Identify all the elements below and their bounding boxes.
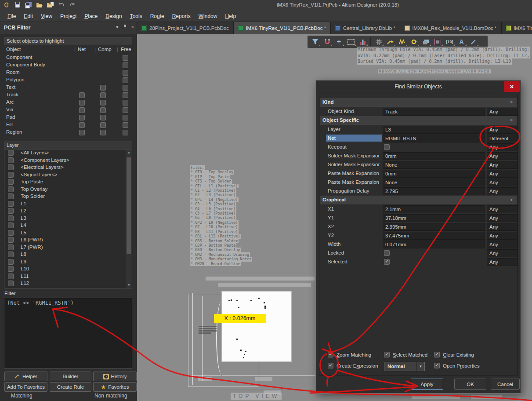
menu-item-tools[interactable]: Tools xyxy=(126,12,146,21)
object-checkbox[interactable] xyxy=(100,115,106,120)
match-criteria-dropdown[interactable]: Any xyxy=(487,161,518,169)
document-tab[interactable]: Central_Library.DbLib * xyxy=(331,22,400,34)
favorites-button[interactable]: ★ Favorites xyxy=(93,382,137,392)
layer-item[interactable]: <Electrical Layers> xyxy=(4,164,126,171)
place-string-icon[interactable]: A xyxy=(456,36,467,47)
layer-item[interactable]: L6 (PWR) xyxy=(4,237,126,244)
open-icon[interactable] xyxy=(36,1,43,9)
option-checkbox[interactable] xyxy=(328,352,333,357)
ok-button[interactable]: OK xyxy=(454,379,486,390)
property-value[interactable]: 37.475mm xyxy=(383,232,485,240)
layer-checkbox[interactable] xyxy=(8,201,14,207)
layer-item[interactable]: L3 xyxy=(4,215,126,222)
option-checkbox[interactable] xyxy=(434,363,440,368)
section-header-graphical[interactable]: Graphical» xyxy=(320,196,517,205)
layer-item[interactable]: L8 xyxy=(4,251,126,259)
place-component-icon[interactable] xyxy=(373,36,384,47)
layer-checkbox[interactable] xyxy=(8,157,14,163)
collapse-chevron-icon[interactable]: » xyxy=(509,101,514,103)
document-tab[interactable]: iMX6 TinyRex_V1I1_PC xyxy=(502,22,532,34)
object-checkbox[interactable] xyxy=(123,77,128,83)
collapse-chevron-icon[interactable]: » xyxy=(509,198,514,201)
menu-item-design[interactable]: Design xyxy=(101,12,126,21)
helper-button[interactable]: Helper xyxy=(4,372,47,381)
interactive-route-icon[interactable] xyxy=(384,36,396,47)
menu-item-window[interactable]: Window xyxy=(195,12,221,21)
layer-checkbox[interactable] xyxy=(8,230,14,236)
match-criteria-dropdown[interactable]: Any xyxy=(487,232,518,240)
layer-item[interactable]: L10 xyxy=(4,266,126,273)
panel-close-icon[interactable]: × xyxy=(131,24,134,30)
property-value[interactable]: 0mm xyxy=(383,170,485,178)
layer-item[interactable]: Top Solder xyxy=(4,193,126,200)
object-checkbox[interactable] xyxy=(123,122,128,128)
save-all-icon[interactable] xyxy=(25,1,33,9)
property-value[interactable]: 37.18mm xyxy=(383,214,485,222)
layer-checkbox[interactable] xyxy=(8,252,14,257)
match-criteria-dropdown[interactable]: Any xyxy=(487,126,518,134)
object-checkbox[interactable] xyxy=(123,85,128,91)
apply-button[interactable]: Apply xyxy=(411,379,443,390)
object-checkbox[interactable] xyxy=(100,130,106,135)
undo-icon[interactable] xyxy=(58,1,65,9)
layer-item[interactable]: L4 xyxy=(4,222,126,230)
layer-checkbox[interactable] xyxy=(8,172,14,178)
menu-item-edit[interactable]: Edit xyxy=(20,12,37,21)
layer-item[interactable]: L2 xyxy=(4,208,126,215)
filter-tool-icon[interactable] xyxy=(309,36,321,47)
menu-item-project[interactable]: Project xyxy=(56,12,80,21)
menu-item-place[interactable]: Place xyxy=(80,12,101,21)
property-value[interactable]: None xyxy=(383,179,485,186)
scroll-up-icon[interactable]: ▲ xyxy=(127,150,131,154)
object-checkbox[interactable] xyxy=(123,115,128,120)
object-checkbox[interactable] xyxy=(123,130,128,135)
layer-item[interactable]: L7 (PWR) xyxy=(4,244,126,252)
select-area-icon[interactable] xyxy=(345,36,357,47)
layer-checkbox[interactable] xyxy=(8,237,14,243)
layer-checkbox[interactable] xyxy=(8,179,14,185)
builder-button[interactable]: Builder xyxy=(50,372,91,381)
collapse-chevron-icon[interactable]: » xyxy=(509,119,514,121)
layer-item[interactable]: <Component Layers> xyxy=(4,157,126,164)
property-checkbox[interactable] xyxy=(384,259,390,265)
match-criteria-dropdown[interactable]: Any xyxy=(487,187,518,195)
property-value[interactable]: 0mm xyxy=(383,152,485,160)
object-checkbox[interactable] xyxy=(123,100,128,106)
match-criteria-dropdown[interactable]: Any xyxy=(487,205,518,213)
menu-item-help[interactable]: Help xyxy=(221,12,240,21)
panel-dropdown-icon[interactable]: ▾ xyxy=(116,24,119,30)
match-criteria-dropdown[interactable]: Any xyxy=(487,223,518,231)
match-criteria-dropdown[interactable]: Any xyxy=(487,143,518,151)
filter-expression-input[interactable]: (Net <> 'RGMII_RSTN') xyxy=(4,298,132,368)
option-checkbox[interactable] xyxy=(434,352,440,357)
redo-icon[interactable] xyxy=(69,1,76,9)
object-checkbox[interactable] xyxy=(100,85,106,91)
layer-checkbox[interactable] xyxy=(8,193,14,199)
property-value[interactable]: Track xyxy=(383,108,485,116)
add-to-favorites-button[interactable]: Add To Favorites xyxy=(4,382,47,392)
open-project-icon[interactable] xyxy=(47,1,54,9)
place-fill-icon[interactable] xyxy=(420,36,432,47)
layer-scrollbar[interactable]: ▲ ▼ xyxy=(126,149,132,288)
match-mode-dropdown[interactable]: Normal▼ xyxy=(384,362,425,371)
match-criteria-dropdown[interactable]: Any xyxy=(487,258,518,266)
object-checkbox[interactable] xyxy=(100,100,106,106)
property-checkbox[interactable] xyxy=(384,144,390,150)
layer-item[interactable]: L12 xyxy=(4,280,126,288)
layer-checkbox[interactable] xyxy=(8,266,14,272)
board-insight-chart-icon[interactable] xyxy=(357,36,369,47)
place-dimension-icon[interactable]: [10] xyxy=(444,36,456,47)
object-checkbox[interactable] xyxy=(79,100,85,106)
object-checkbox[interactable] xyxy=(79,122,85,128)
object-checkbox[interactable] xyxy=(79,130,85,135)
menu-item-view[interactable]: View xyxy=(37,12,56,21)
layer-item[interactable]: L5 xyxy=(4,230,126,237)
layer-checkbox[interactable] xyxy=(8,150,14,156)
option-checkbox[interactable] xyxy=(328,363,333,368)
property-value[interactable]: L3 xyxy=(383,126,485,134)
object-checkbox[interactable] xyxy=(123,55,128,61)
history-button[interactable]: History xyxy=(93,372,137,381)
layer-checkbox[interactable] xyxy=(8,281,14,286)
layer-item[interactable]: L11 xyxy=(4,273,126,281)
layer-checkbox[interactable] xyxy=(8,215,14,221)
